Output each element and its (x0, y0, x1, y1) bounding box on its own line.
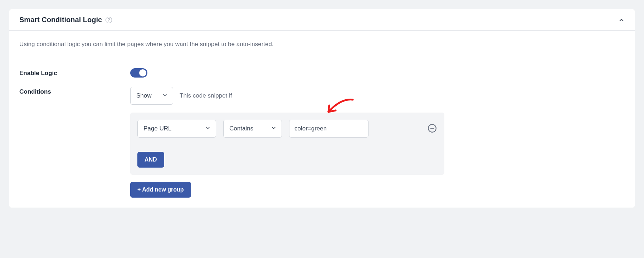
remove-condition-button[interactable] (427, 123, 437, 133)
chevron-down-icon (162, 92, 168, 99)
chevron-up-icon (618, 17, 625, 23)
field-select[interactable]: Page URL (137, 120, 216, 138)
action-select-value: Show (136, 92, 152, 99)
help-icon[interactable]: ? (106, 17, 112, 23)
field-select-value: Page URL (143, 125, 171, 132)
conditions-label: Conditions (19, 87, 130, 95)
conditions-hint: This code snippet if (180, 92, 232, 99)
conditions-content: Show This code snippet if (130, 87, 625, 198)
add-group-button[interactable]: + Add new group (130, 182, 191, 198)
panel-title-wrap: Smart Conditional Logic ? (19, 16, 112, 24)
panel-title: Smart Conditional Logic (19, 16, 102, 24)
panel-header: Smart Conditional Logic ? (9, 9, 635, 31)
condition-group: Page URL Contains (130, 113, 444, 175)
enable-logic-row: Enable Logic (19, 68, 625, 78)
and-button[interactable]: AND (137, 152, 164, 168)
group-fields: Page URL Contains (137, 120, 410, 168)
value-input[interactable] (289, 120, 369, 138)
conditions-row: Conditions Show This code snippet if (19, 87, 625, 198)
enable-logic-content (130, 68, 625, 78)
chevron-down-icon (205, 125, 211, 132)
toggle-knob (139, 69, 146, 76)
operator-select[interactable]: Contains (223, 120, 282, 138)
panel-body: Using conditional logic you can limit th… (9, 31, 635, 208)
panel-description: Using conditional logic you can limit th… (19, 41, 625, 58)
conditional-logic-panel: Smart Conditional Logic ? Using conditio… (9, 9, 635, 208)
chevron-down-icon (271, 125, 277, 132)
enable-logic-label: Enable Logic (19, 68, 130, 77)
action-select[interactable]: Show (130, 87, 173, 105)
operator-select-value: Contains (229, 125, 253, 132)
conditions-head: Show This code snippet if (130, 87, 625, 105)
collapse-toggle[interactable] (618, 17, 625, 23)
enable-logic-toggle[interactable] (130, 68, 147, 78)
minus-circle-icon (428, 124, 437, 133)
